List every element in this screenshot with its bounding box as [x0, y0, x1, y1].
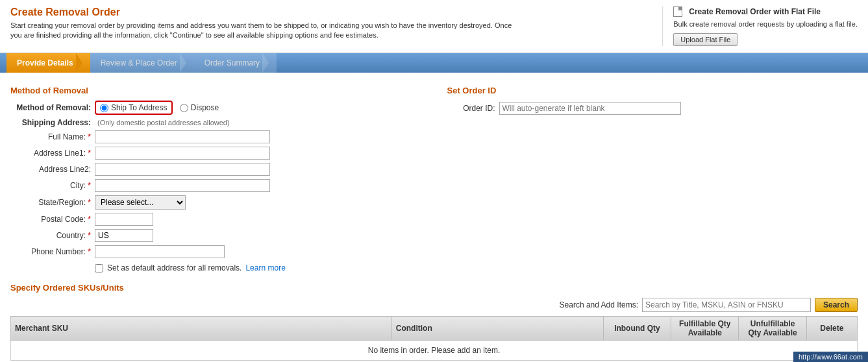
city-input[interactable]: [95, 179, 270, 192]
country-row: Country: *: [10, 229, 421, 242]
no-items-message: No items in order. Please add an item.: [11, 341, 858, 361]
method-label: Method of Removal:: [10, 103, 95, 112]
state-label: State/Region: *: [10, 198, 95, 207]
method-options: Ship To Address Dispose: [95, 101, 225, 115]
shipping-address-label: Shipping Address:: [10, 118, 95, 127]
dispose-option: Dispose: [180, 103, 219, 112]
order-id-input[interactable]: [499, 102, 681, 115]
state-row: State/Region: * Please select...: [10, 195, 421, 210]
th-inbound-qty: Inbound Qty: [603, 317, 671, 341]
postal-label: Postal Code: *: [10, 215, 95, 224]
search-input[interactable]: [642, 298, 811, 312]
phone-row: Phone Number: *: [10, 245, 421, 258]
shipping-note: (Only domestic postal addresses allowed): [97, 119, 230, 127]
th-condition: Condition: [391, 317, 603, 341]
method-row: Method of Removal: Ship To Address Dispo…: [10, 101, 421, 115]
flat-file-desc: Bulk create removal order requests by up…: [673, 19, 858, 29]
address1-label: Address Line1: *: [10, 149, 95, 158]
step-label-review: Review & Place Order: [101, 58, 177, 67]
document-icon: [673, 6, 682, 17]
address2-label: Address Line2:: [10, 165, 95, 174]
default-address-checkbox[interactable]: [95, 264, 103, 272]
full-name-row: Full Name: *: [10, 130, 421, 143]
country-input[interactable]: [95, 229, 153, 242]
th-fulfillable-qty: Fulfillable Qty Available: [671, 317, 739, 341]
sku-section: Specify Ordered SKUs/Units Search and Ad…: [10, 283, 858, 361]
postal-required: *: [88, 215, 91, 224]
breadcrumb-step-summary[interactable]: Order Summary: [194, 53, 277, 73]
full-name-input[interactable]: [95, 130, 270, 143]
th-merchant-sku: Merchant SKU: [11, 317, 392, 341]
step-arrow-3: [262, 53, 269, 73]
order-id-row: Order ID:: [447, 102, 858, 115]
breadcrumb-step-review[interactable]: Review & Place Order: [90, 53, 194, 73]
default-address-row: Set as default address for all removals.…: [95, 263, 421, 272]
no-items-row: No items in order. Please add an item.: [11, 341, 858, 361]
phone-input[interactable]: [95, 245, 225, 258]
th-delete: Delete: [806, 317, 857, 341]
step-label-summary: Order Summary: [205, 58, 260, 67]
dispose-radio[interactable]: [180, 104, 188, 112]
left-section: Method of Removal Method of Removal: Shi…: [10, 79, 421, 272]
address2-row: Address Line2:: [10, 163, 421, 176]
sku-section-title: Specify Ordered SKUs/Units: [10, 283, 858, 293]
country-label: Country: *: [10, 231, 95, 240]
phone-required: *: [88, 247, 91, 256]
table-header-row: Merchant SKU Condition Inbound Qty Fulfi…: [11, 317, 858, 341]
full-name-label: Full Name: *: [10, 132, 95, 141]
main-content: Method of Removal Method of Removal: Shi…: [0, 73, 868, 362]
header-right: Create Removal Order with Flat File Bulk…: [662, 6, 858, 46]
search-label: Search and Add Items:: [560, 300, 638, 309]
step-label-provide-details: Provide Details: [17, 58, 73, 67]
header-left: Create Removal Order Start creating your…: [10, 6, 517, 41]
search-bar: Search and Add Items: Search: [10, 298, 858, 312]
learn-more-link[interactable]: Learn more: [245, 263, 285, 272]
order-id-label: Order ID:: [447, 104, 499, 113]
flat-file-title: Create Removal Order with Flat File: [673, 6, 858, 17]
header-description: Start creating your removal order by pro…: [10, 21, 517, 41]
full-name-required: *: [88, 132, 91, 141]
breadcrumb-nav: Provide Details Review & Place Order Ord…: [0, 53, 868, 73]
city-label: City: *: [10, 181, 95, 190]
address1-row: Address Line1: *: [10, 147, 421, 160]
breadcrumb-steps: Provide Details Review & Place Order Ord…: [0, 53, 277, 73]
sku-table: Merchant SKU Condition Inbound Qty Fulfi…: [10, 316, 858, 361]
url-bar: http://www.66at.com: [793, 352, 868, 362]
page-title: Create Removal Order: [10, 6, 517, 18]
order-id-section-title: Set Order ID: [447, 86, 858, 95]
postal-input[interactable]: [95, 213, 153, 226]
ship-address-wrapper: Ship To Address: [95, 101, 173, 115]
city-required: *: [88, 181, 91, 190]
ship-address-label: Ship To Address: [111, 103, 167, 112]
upload-flat-file-button[interactable]: Upload Flat File: [673, 33, 738, 46]
phone-label: Phone Number: *: [10, 247, 95, 256]
page-header: Create Removal Order Start creating your…: [0, 0, 868, 53]
method-section-title: Method of Removal: [10, 86, 421, 95]
default-address-label: Set as default address for all removals.: [107, 263, 242, 272]
breadcrumb-step-provide-details[interactable]: Provide Details: [6, 53, 90, 73]
search-button[interactable]: Search: [815, 298, 858, 312]
dispose-label: Dispose: [191, 103, 219, 112]
state-required: *: [88, 198, 91, 207]
th-unfulfillable-qty: Unfulfillable Qty Available: [739, 317, 806, 341]
state-select[interactable]: Please select...: [95, 195, 186, 210]
two-col-layout: Method of Removal Method of Removal: Shi…: [10, 79, 858, 272]
country-required: *: [88, 231, 91, 240]
address1-required: *: [88, 149, 91, 158]
step-arrow-1: [76, 53, 82, 73]
shipping-address-row: Shipping Address: (Only domestic postal …: [10, 118, 421, 127]
postal-row: Postal Code: *: [10, 213, 421, 226]
step-arrow-2: [180, 53, 186, 73]
ship-address-radio[interactable]: [100, 104, 108, 112]
city-row: City: *: [10, 179, 421, 192]
address1-input[interactable]: [95, 147, 270, 160]
right-section: Set Order ID Order ID:: [447, 79, 858, 272]
address2-input[interactable]: [95, 163, 270, 176]
